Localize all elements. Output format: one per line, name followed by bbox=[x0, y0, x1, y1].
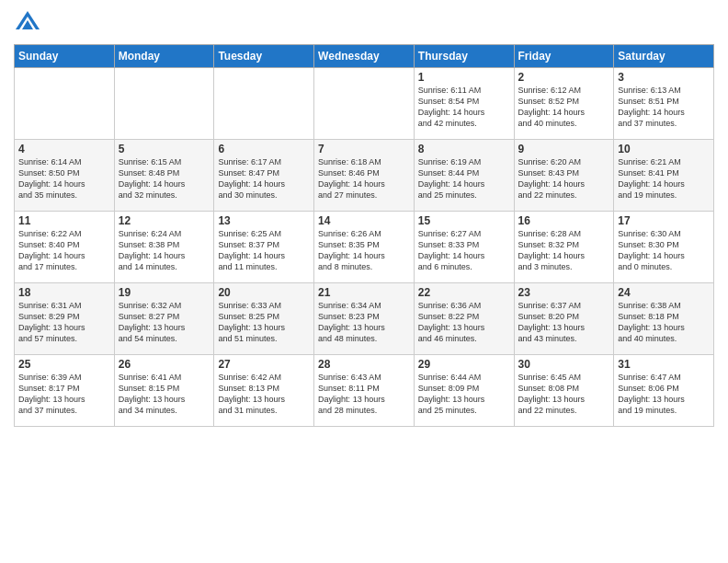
calendar-cell: 5Sunrise: 6:15 AM Sunset: 8:48 PM Daylig… bbox=[114, 140, 214, 212]
header-day-monday: Monday bbox=[114, 45, 214, 68]
day-number: 22 bbox=[418, 286, 510, 299]
day-info: Sunrise: 6:15 AM Sunset: 8:48 PM Dayligh… bbox=[119, 156, 210, 201]
week-row-2: 4Sunrise: 6:14 AM Sunset: 8:50 PM Daylig… bbox=[15, 140, 714, 212]
day-number: 28 bbox=[318, 358, 410, 371]
day-number: 19 bbox=[119, 286, 210, 299]
day-info: Sunrise: 6:33 AM Sunset: 8:25 PM Dayligh… bbox=[218, 300, 310, 345]
day-info: Sunrise: 6:25 AM Sunset: 8:37 PM Dayligh… bbox=[218, 228, 310, 273]
day-info: Sunrise: 6:24 AM Sunset: 8:38 PM Dayligh… bbox=[119, 228, 210, 273]
day-number: 25 bbox=[18, 358, 110, 371]
calendar-cell: 8Sunrise: 6:19 AM Sunset: 8:44 PM Daylig… bbox=[414, 140, 514, 212]
day-info: Sunrise: 6:13 AM Sunset: 8:51 PM Dayligh… bbox=[618, 85, 710, 130]
day-info: Sunrise: 6:19 AM Sunset: 8:44 PM Dayligh… bbox=[418, 156, 510, 201]
calendar-cell: 16Sunrise: 6:28 AM Sunset: 8:32 PM Dayli… bbox=[514, 212, 614, 283]
day-info: Sunrise: 6:30 AM Sunset: 8:30 PM Dayligh… bbox=[618, 228, 710, 273]
day-info: Sunrise: 6:37 AM Sunset: 8:20 PM Dayligh… bbox=[518, 300, 610, 345]
week-row-1: 1Sunrise: 6:11 AM Sunset: 8:54 PM Daylig… bbox=[15, 68, 714, 140]
day-number: 15 bbox=[418, 214, 510, 227]
week-row-5: 25Sunrise: 6:39 AM Sunset: 8:17 PM Dayli… bbox=[15, 355, 714, 427]
calendar-cell: 26Sunrise: 6:41 AM Sunset: 8:15 PM Dayli… bbox=[114, 355, 214, 427]
calendar-body: 1Sunrise: 6:11 AM Sunset: 8:54 PM Daylig… bbox=[15, 68, 714, 427]
header-row: SundayMondayTuesdayWednesdayThursdayFrid… bbox=[15, 45, 714, 68]
calendar-cell: 25Sunrise: 6:39 AM Sunset: 8:17 PM Dayli… bbox=[15, 355, 115, 427]
day-number: 16 bbox=[518, 214, 610, 227]
calendar-cell: 7Sunrise: 6:18 AM Sunset: 8:46 PM Daylig… bbox=[314, 140, 415, 212]
day-number: 14 bbox=[318, 214, 410, 227]
day-info: Sunrise: 6:28 AM Sunset: 8:32 PM Dayligh… bbox=[518, 228, 610, 273]
day-info: Sunrise: 6:11 AM Sunset: 8:54 PM Dayligh… bbox=[418, 85, 510, 130]
day-info: Sunrise: 6:31 AM Sunset: 8:29 PM Dayligh… bbox=[18, 300, 110, 345]
day-info: Sunrise: 6:14 AM Sunset: 8:50 PM Dayligh… bbox=[18, 156, 110, 201]
day-info: Sunrise: 6:45 AM Sunset: 8:08 PM Dayligh… bbox=[518, 372, 610, 417]
day-number: 23 bbox=[518, 286, 610, 299]
calendar-cell: 27Sunrise: 6:42 AM Sunset: 8:13 PM Dayli… bbox=[214, 355, 314, 427]
calendar-cell bbox=[214, 68, 314, 140]
day-number: 21 bbox=[318, 286, 410, 299]
day-number: 9 bbox=[518, 143, 610, 155]
calendar-cell: 20Sunrise: 6:33 AM Sunset: 8:25 PM Dayli… bbox=[214, 283, 314, 355]
calendar-cell: 23Sunrise: 6:37 AM Sunset: 8:20 PM Dayli… bbox=[514, 283, 614, 355]
header-day-saturday: Saturday bbox=[614, 45, 714, 68]
calendar-header: SundayMondayTuesdayWednesdayThursdayFrid… bbox=[15, 45, 714, 68]
day-number: 12 bbox=[119, 214, 210, 227]
header-day-wednesday: Wednesday bbox=[314, 45, 415, 68]
day-number: 26 bbox=[119, 358, 210, 371]
calendar-cell: 12Sunrise: 6:24 AM Sunset: 8:38 PM Dayli… bbox=[114, 212, 214, 283]
header-day-thursday: Thursday bbox=[414, 45, 514, 68]
day-info: Sunrise: 6:43 AM Sunset: 8:11 PM Dayligh… bbox=[318, 372, 410, 417]
day-info: Sunrise: 6:26 AM Sunset: 8:35 PM Dayligh… bbox=[318, 228, 410, 273]
day-info: Sunrise: 6:22 AM Sunset: 8:40 PM Dayligh… bbox=[18, 228, 110, 273]
header bbox=[14, 9, 714, 37]
day-number: 8 bbox=[418, 143, 510, 155]
day-number: 30 bbox=[518, 358, 610, 371]
day-number: 7 bbox=[318, 143, 410, 155]
day-number: 17 bbox=[618, 214, 710, 227]
header-day-friday: Friday bbox=[514, 45, 614, 68]
calendar-cell: 18Sunrise: 6:31 AM Sunset: 8:29 PM Dayli… bbox=[15, 283, 115, 355]
day-info: Sunrise: 6:18 AM Sunset: 8:46 PM Dayligh… bbox=[318, 156, 410, 201]
day-info: Sunrise: 6:44 AM Sunset: 8:09 PM Dayligh… bbox=[418, 372, 510, 417]
day-number: 13 bbox=[218, 214, 310, 227]
day-info: Sunrise: 6:41 AM Sunset: 8:15 PM Dayligh… bbox=[119, 372, 210, 417]
calendar-cell: 30Sunrise: 6:45 AM Sunset: 8:08 PM Dayli… bbox=[514, 355, 614, 427]
header-day-sunday: Sunday bbox=[15, 45, 115, 68]
day-number: 2 bbox=[518, 71, 610, 84]
calendar-cell: 29Sunrise: 6:44 AM Sunset: 8:09 PM Dayli… bbox=[414, 355, 514, 427]
calendar-cell: 21Sunrise: 6:34 AM Sunset: 8:23 PM Dayli… bbox=[314, 283, 415, 355]
calendar-cell: 13Sunrise: 6:25 AM Sunset: 8:37 PM Dayli… bbox=[214, 212, 314, 283]
calendar-cell bbox=[15, 68, 115, 140]
calendar-cell: 1Sunrise: 6:11 AM Sunset: 8:54 PM Daylig… bbox=[414, 68, 514, 140]
day-info: Sunrise: 6:27 AM Sunset: 8:33 PM Dayligh… bbox=[418, 228, 510, 273]
calendar-cell: 17Sunrise: 6:30 AM Sunset: 8:30 PM Dayli… bbox=[614, 212, 714, 283]
day-number: 3 bbox=[618, 71, 710, 84]
calendar-cell: 28Sunrise: 6:43 AM Sunset: 8:11 PM Dayli… bbox=[314, 355, 415, 427]
calendar-cell bbox=[314, 68, 415, 140]
calendar-cell: 15Sunrise: 6:27 AM Sunset: 8:33 PM Dayli… bbox=[414, 212, 514, 283]
day-info: Sunrise: 6:20 AM Sunset: 8:43 PM Dayligh… bbox=[518, 156, 610, 201]
day-info: Sunrise: 6:12 AM Sunset: 8:52 PM Dayligh… bbox=[518, 85, 610, 130]
calendar-cell: 14Sunrise: 6:26 AM Sunset: 8:35 PM Dayli… bbox=[314, 212, 415, 283]
calendar-cell: 31Sunrise: 6:47 AM Sunset: 8:06 PM Dayli… bbox=[614, 355, 714, 427]
day-info: Sunrise: 6:21 AM Sunset: 8:41 PM Dayligh… bbox=[618, 156, 710, 201]
calendar-cell: 10Sunrise: 6:21 AM Sunset: 8:41 PM Dayli… bbox=[614, 140, 714, 212]
day-number: 18 bbox=[18, 286, 110, 299]
day-number: 4 bbox=[18, 143, 110, 155]
calendar-table: SundayMondayTuesdayWednesdayThursdayFrid… bbox=[14, 44, 714, 427]
day-number: 31 bbox=[618, 358, 710, 371]
calendar-cell: 19Sunrise: 6:32 AM Sunset: 8:27 PM Dayli… bbox=[114, 283, 214, 355]
calendar-cell bbox=[114, 68, 214, 140]
day-number: 20 bbox=[218, 286, 310, 299]
day-number: 27 bbox=[218, 358, 310, 371]
week-row-4: 18Sunrise: 6:31 AM Sunset: 8:29 PM Dayli… bbox=[15, 283, 714, 355]
day-info: Sunrise: 6:32 AM Sunset: 8:27 PM Dayligh… bbox=[119, 300, 210, 345]
day-info: Sunrise: 6:34 AM Sunset: 8:23 PM Dayligh… bbox=[318, 300, 410, 345]
day-number: 5 bbox=[119, 143, 210, 155]
logo-icon bbox=[14, 9, 41, 37]
calendar-cell: 22Sunrise: 6:36 AM Sunset: 8:22 PM Dayli… bbox=[414, 283, 514, 355]
day-info: Sunrise: 6:38 AM Sunset: 8:18 PM Dayligh… bbox=[618, 300, 710, 345]
calendar-cell: 3Sunrise: 6:13 AM Sunset: 8:51 PM Daylig… bbox=[614, 68, 714, 140]
day-number: 29 bbox=[418, 358, 510, 371]
header-day-tuesday: Tuesday bbox=[214, 45, 314, 68]
day-number: 1 bbox=[418, 71, 510, 84]
day-number: 10 bbox=[618, 143, 710, 155]
